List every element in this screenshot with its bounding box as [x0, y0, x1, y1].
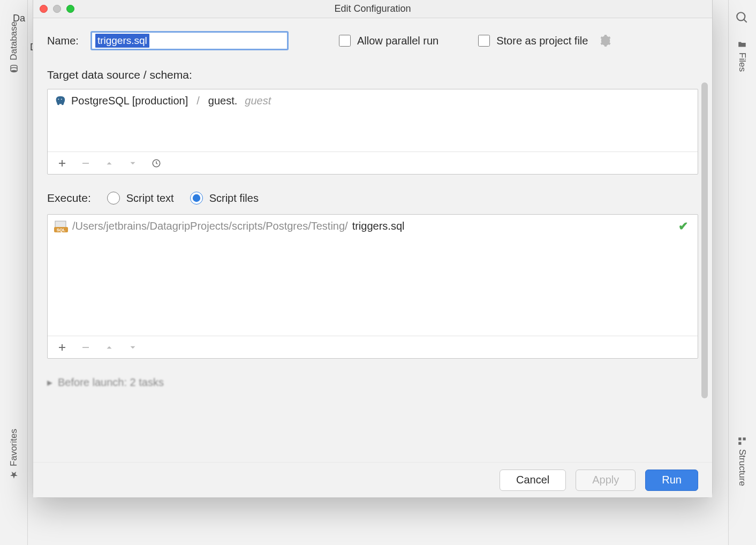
svg-line-5 [744, 19, 746, 22]
dialog-titlebar: Edit Configuration [33, 0, 712, 18]
gear-icon[interactable] [600, 35, 611, 47]
chevron-up-icon [104, 343, 114, 352]
allow-parallel-checkbox[interactable]: Allow parallel run [339, 35, 439, 47]
sidebar-tab-files[interactable]: Files [728, 34, 756, 77]
svg-point-0 [11, 70, 17, 73]
datasource-toolbar [48, 152, 698, 174]
postgresql-icon [54, 95, 66, 107]
remove-file-button[interactable] [79, 340, 93, 354]
edit-configuration-dialog: Edit Configuration Name: triggers.sql Al… [33, 0, 713, 498]
script-file-path-dir: /Users/jetbrains/DatagripProjects/script… [72, 220, 348, 232]
sidebar-tab-database-label: Database [9, 21, 19, 60]
checkmark-icon: ✔ [678, 219, 688, 233]
clock-icon [152, 158, 161, 168]
add-file-button[interactable] [55, 340, 69, 354]
search-icon [735, 11, 749, 25]
radio-script-files-label: Script files [209, 192, 259, 205]
radio-script-files-input[interactable] [190, 192, 203, 205]
chevron-down-icon [128, 343, 138, 352]
structure-icon [737, 436, 747, 446]
chevron-down-icon [128, 158, 138, 168]
plus-icon [57, 158, 67, 168]
name-input-selected-text: triggers.sql [95, 34, 149, 48]
window-close-button[interactable] [40, 5, 48, 13]
svg-rect-2 [743, 437, 746, 440]
svg-point-7 [61, 99, 62, 100]
ide-right-gutter: Files Structure [728, 0, 756, 545]
allow-parallel-checkbox-input[interactable] [339, 35, 351, 47]
datasource-user: guest. [208, 95, 237, 107]
target-datasource-label: Target data source / schema: [47, 69, 698, 81]
datasource-separator: / [196, 95, 200, 107]
window-controls [40, 5, 74, 13]
sidebar-tab-structure-label: Structure [737, 449, 747, 486]
svg-rect-1 [738, 437, 741, 440]
sql-file-icon: SQL [54, 221, 68, 232]
dialog-body: Name: triggers.sql Allow parallel run St… [33, 18, 712, 462]
minus-icon [81, 158, 90, 168]
radio-script-text-label: Script text [126, 192, 174, 205]
allow-parallel-label: Allow parallel run [357, 35, 439, 47]
remove-datasource-button[interactable] [79, 156, 93, 170]
radio-script-files[interactable]: Script files [190, 192, 259, 205]
name-row: Name: triggers.sql Allow parallel run St… [47, 31, 698, 50]
search-everywhere-button[interactable] [733, 9, 751, 27]
sidebar-tab-files-label: Files [737, 52, 747, 72]
script-files-toolbar [48, 336, 698, 358]
script-files-panel: SQL /Users/jetbrains/DatagripProjects/sc… [47, 214, 698, 359]
window-minimize-button[interactable] [53, 5, 61, 13]
svg-point-4 [737, 12, 745, 20]
radio-script-text-input[interactable] [107, 192, 120, 205]
name-label: Name: [47, 35, 79, 47]
execute-row: Execute: Script text Script files [47, 192, 698, 205]
target-datasource-panel: PostgreSQL [production] / guest. guest [47, 89, 698, 175]
history-datasource-button[interactable] [149, 156, 163, 170]
expand-arrow-icon: ▸ [47, 376, 52, 389]
add-datasource-button[interactable] [55, 156, 69, 170]
sidebar-tab-database[interactable]: Database [0, 16, 28, 79]
database-icon [9, 64, 19, 73]
bg-partial-text: Da [13, 13, 25, 24]
script-file-item[interactable]: SQL /Users/jetbrains/DatagripProjects/sc… [54, 220, 691, 232]
sidebar-tab-structure[interactable]: Structure [728, 431, 756, 491]
svg-text:SQL: SQL [57, 228, 66, 232]
move-up-file-button[interactable] [102, 340, 116, 354]
store-project-file-checkbox-input[interactable] [478, 35, 490, 47]
target-datasource-list[interactable]: PostgreSQL [production] / guest. guest [48, 89, 698, 152]
dialog-button-bar: Cancel Apply Run [33, 462, 712, 497]
plus-icon [57, 343, 67, 352]
chevron-up-icon [104, 158, 114, 168]
move-down-datasource-button[interactable] [126, 156, 140, 170]
window-maximize-button[interactable] [66, 5, 74, 13]
folder-icon [737, 40, 747, 49]
cancel-button[interactable]: Cancel [500, 470, 566, 491]
before-launch-section[interactable]: ▸ Before launch: 2 tasks [47, 376, 698, 389]
run-button[interactable]: Run [645, 470, 698, 491]
move-up-datasource-button[interactable] [102, 156, 116, 170]
dialog-title: Edit Configuration [334, 3, 411, 14]
move-down-file-button[interactable] [126, 340, 140, 354]
script-file-path-name: triggers.sql [352, 220, 405, 232]
svg-rect-3 [738, 442, 741, 445]
sidebar-tab-favorites-label: Favorites [9, 429, 19, 466]
radio-script-text[interactable]: Script text [107, 192, 174, 205]
dialog-scrollbar[interactable] [701, 82, 708, 398]
datasource-name: PostgreSQL [production] [71, 95, 188, 107]
script-files-list[interactable]: SQL /Users/jetbrains/DatagripProjects/sc… [48, 215, 698, 336]
star-icon: ★ [8, 470, 20, 481]
minus-icon [81, 343, 90, 352]
apply-button[interactable]: Apply [576, 470, 636, 491]
datasource-item[interactable]: PostgreSQL [production] / guest. guest [54, 95, 691, 107]
store-project-file-label: Store as project file [496, 35, 588, 47]
ide-left-gutter: Database ★ Favorites [0, 0, 28, 545]
execute-label: Execute: [47, 192, 91, 205]
datasource-schema: guest [245, 95, 271, 107]
svg-point-6 [58, 99, 59, 100]
store-project-file-checkbox[interactable]: Store as project file [478, 35, 588, 47]
before-launch-label: Before launch: 2 tasks [58, 376, 164, 389]
sidebar-tab-favorites[interactable]: ★ Favorites [0, 423, 28, 486]
name-input[interactable]: triggers.sql [90, 31, 289, 50]
